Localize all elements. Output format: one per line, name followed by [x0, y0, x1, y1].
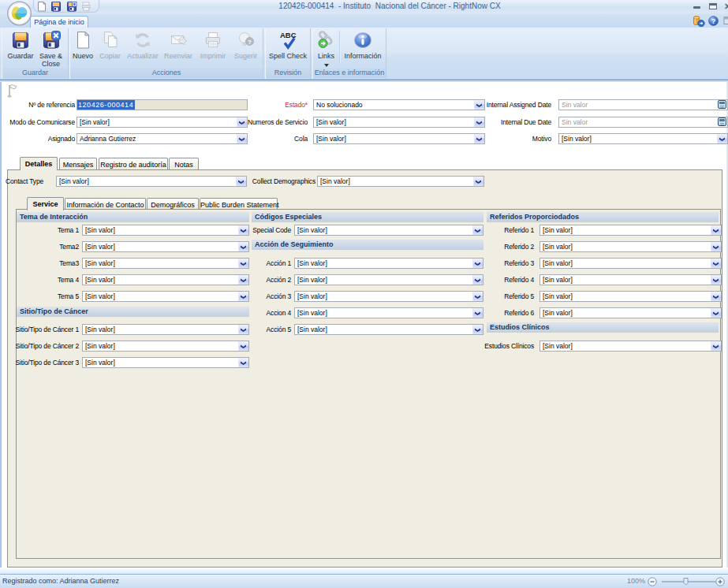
svg-text:?: ? [248, 39, 252, 46]
svg-text:?: ? [711, 17, 716, 25]
